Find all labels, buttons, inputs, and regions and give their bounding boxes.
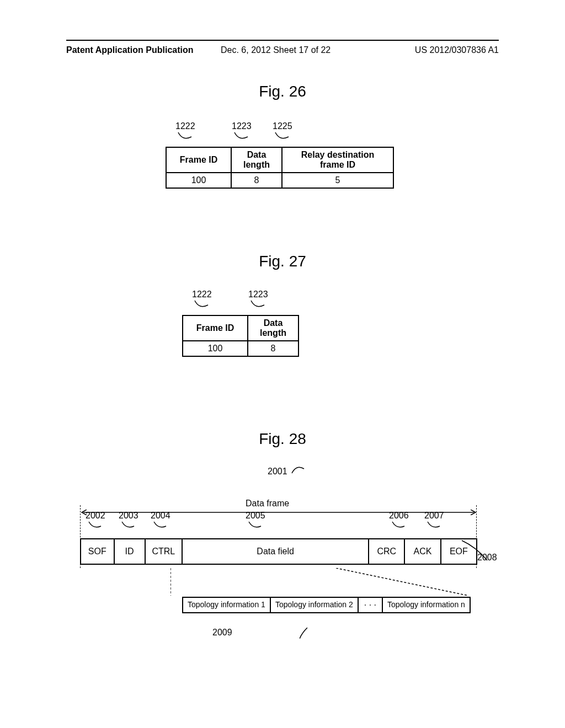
header-rule — [66, 40, 499, 41]
fig27: 1222 1223 Frame ID Data length 100 8 — [182, 290, 299, 357]
field-sof: SOF — [81, 539, 114, 564]
leader-arc-icon — [153, 521, 168, 531]
fig26-th-frameid: Frame ID — [166, 147, 231, 173]
callout-label: 1223 — [232, 121, 252, 131]
fig28-field-callouts: 2002 2003 2004 2005 2006 2007 — [80, 511, 477, 538]
callout-label: 2008 — [477, 553, 497, 562]
fig27-th-datalength: Data length — [248, 315, 299, 341]
fig28-span-row: Data frame — [80, 485, 477, 511]
callout-label: 1225 — [273, 121, 292, 131]
fig27-th-frameid: Frame ID — [183, 315, 248, 341]
topology-ellipsis: · · · — [359, 597, 382, 613]
callout-1222: 1222 — [192, 290, 212, 311]
callout-2004: 2004 — [151, 511, 170, 531]
topology-row: Topology information 1 Topology informat… — [182, 597, 471, 613]
leader-arc-icon — [177, 131, 194, 142]
callout-2008: 2008 — [477, 553, 497, 563]
callout-label: 2003 — [119, 511, 138, 520]
field-data: Data field — [182, 539, 369, 564]
topology-info-2: Topology information 2 — [271, 597, 359, 613]
callout-2009: 2009 — [209, 628, 229, 638]
leader-arc-icon — [427, 521, 442, 531]
field-id: ID — [114, 539, 145, 564]
header-center: Dec. 6, 2012 Sheet 17 of 22 — [221, 45, 331, 55]
callout-label: 2009 — [212, 628, 232, 637]
fig28-dataframe-callout-row: 2001 — [80, 463, 477, 485]
callout-2007: 2007 — [424, 511, 444, 531]
leader-arc-icon — [250, 299, 266, 311]
leader-arc-icon — [290, 463, 306, 474]
topology-info-1: Topology information 1 — [182, 597, 271, 613]
topology-info-n: Topology information n — [382, 597, 471, 613]
callout-2006: 2006 — [389, 511, 409, 531]
fig27-td-datalength: 8 — [248, 341, 299, 356]
callout-2005: 2005 — [246, 511, 265, 531]
fig28-breakout: Topology information 1 Topology informat… — [80, 568, 477, 599]
callout-label: 2002 — [86, 511, 105, 520]
field-ctrl: CTRL — [145, 539, 183, 564]
fig27-td-frameid: 100 — [183, 341, 248, 356]
breakout-lines-icon — [170, 568, 468, 599]
fig26-title: Fig. 26 — [0, 83, 565, 100]
fig27-callouts: 1222 1223 — [182, 290, 299, 315]
callout-label: 1222 — [192, 290, 212, 299]
page: Patent Application Publication Dec. 6, 2… — [0, 0, 565, 728]
callout-1223: 1223 — [248, 290, 268, 311]
leader-arc-icon — [121, 521, 136, 531]
header-right: US 2012/0307836 A1 — [415, 45, 499, 55]
fig26-th-relay: Relay destination frame ID — [282, 147, 393, 173]
svg-line-2 — [336, 568, 468, 596]
leader-arc-icon — [300, 628, 565, 659]
callout-label: 1222 — [175, 121, 195, 131]
fig26-td-datalength: 8 — [231, 173, 282, 188]
callout-1225: 1225 — [273, 121, 292, 142]
fig26-td-relay: 5 — [282, 173, 393, 188]
leader-arc-icon — [274, 131, 291, 142]
fig26-th-datalength: Data length — [231, 147, 282, 173]
callout-label: 1223 — [248, 290, 268, 299]
callout-label: 2004 — [151, 511, 170, 520]
fig26-callouts: 1222 1223 1225 — [166, 121, 394, 147]
field-ack: ACK — [404, 539, 440, 564]
fig26: 1222 1223 1225 Frame ID Data length Rela… — [166, 121, 394, 189]
fig28-title: Fig. 28 — [0, 430, 565, 448]
page-header: Patent Application Publication Dec. 6, 2… — [66, 45, 499, 55]
leader-arc-icon — [88, 521, 103, 531]
callout-label: 2001 — [268, 467, 287, 476]
fig28: 2001 Data frame 2002 2003 2004 2005 2006 — [80, 463, 477, 599]
fig28-frame-table: SOF ID CTRL Data field CRC ACK EOF 2008 — [80, 538, 477, 565]
callout-label: 2007 — [424, 511, 444, 520]
header-left: Patent Application Publication — [66, 45, 194, 55]
callout-1222: 1222 — [175, 121, 195, 142]
fig27-title: Fig. 27 — [0, 253, 565, 270]
callout-2001: 2001 — [268, 463, 306, 477]
leader-arc-icon — [391, 521, 407, 531]
leader-arc-icon — [233, 131, 250, 142]
fig26-td-frameid: 100 — [166, 173, 231, 188]
field-crc: CRC — [369, 539, 404, 564]
fig26-table: Frame ID Data length Relay destination f… — [166, 147, 394, 189]
callout-1223: 1223 — [232, 121, 252, 142]
callout-label: 2005 — [246, 511, 265, 520]
leader-arc-icon — [248, 521, 263, 531]
fig27-table: Frame ID Data length 100 8 — [182, 315, 299, 357]
leader-arc-icon — [194, 299, 210, 311]
callout-2002: 2002 — [86, 511, 105, 531]
callout-label: 2006 — [389, 511, 409, 520]
callout-2003: 2003 — [119, 511, 138, 531]
